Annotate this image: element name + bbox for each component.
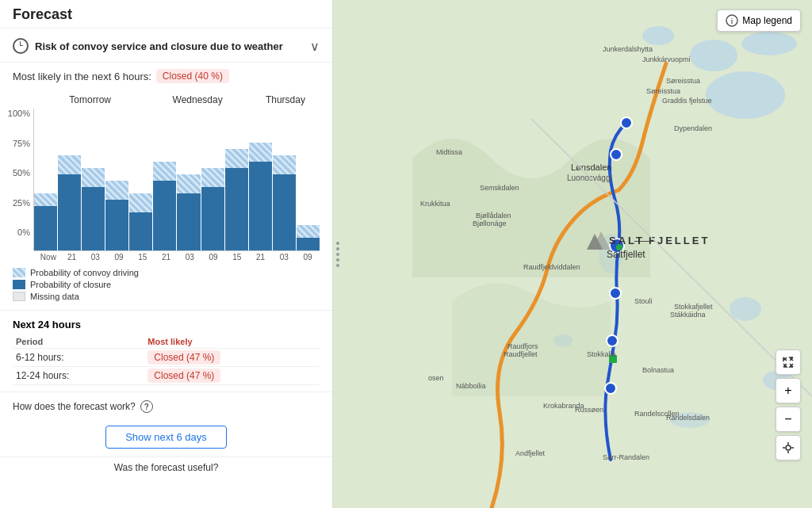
bar-group (82, 109, 105, 250)
legend-convoy-label: Probability of convoy driving (30, 268, 139, 277)
x-label: 15 (131, 253, 155, 262)
svg-text:Midtissa: Midtissa (436, 148, 462, 156)
y-label-50: 50% (13, 168, 30, 178)
expand-icon (782, 356, 795, 369)
legend-closure-label: Probability of closure (30, 280, 111, 289)
svg-text:Raudfjellet: Raudfjellet (504, 350, 538, 358)
svg-text:Søreisstua: Søreisstua (646, 87, 680, 95)
zoom-out-label: − (784, 412, 791, 426)
svg-text:Stouli: Stouli (634, 297, 653, 305)
section-title: Risk of convoy service and closure due t… (35, 40, 283, 52)
x-axis-labels: Now2103091521030915210309 (36, 253, 320, 262)
bar-closure (273, 174, 296, 250)
bar-group (201, 109, 224, 250)
svg-text:Luonosvággi: Luonosvággi (567, 174, 612, 182)
bars-area (33, 109, 320, 251)
likely-label: Most likely in the next 6 hours: (13, 71, 151, 82)
svg-point-10 (621, 117, 632, 128)
show-next-button[interactable]: Show next 6 days (105, 426, 227, 449)
zoom-in-button[interactable]: + (776, 378, 801, 403)
svg-text:Stákkáidna: Stákkáidna (670, 311, 706, 319)
scroll-indicator (333, 242, 343, 267)
x-label: 21 (155, 253, 178, 262)
svg-point-14 (610, 288, 621, 299)
bar-closure (225, 168, 248, 250)
likely-cell: Closed (47 %) (144, 367, 320, 385)
scroll-dot (336, 258, 339, 262)
svg-text:Stokkafjellet: Stokkafjellet (674, 303, 713, 311)
svg-text:Russøen: Russøen (575, 406, 603, 414)
bar-group (153, 109, 176, 250)
legend-missing-label: Missing data (30, 292, 79, 301)
x-label: Now (36, 253, 60, 262)
svg-text:Stokkalia: Stokkalia (587, 350, 616, 358)
svg-point-3 (741, 32, 797, 55)
page-title: Forecast (0, 0, 332, 29)
next24-title: Next 24 hours (13, 319, 320, 330)
svg-text:Bjøllådalen: Bjøllådalen (476, 212, 511, 220)
svg-text:Junkkárvuopmi: Junkkárvuopmi (642, 55, 691, 63)
was-useful-row: Was the forecast useful? (0, 456, 332, 481)
bar-group (249, 109, 272, 250)
scroll-dot (336, 253, 339, 256)
help-icon[interactable]: ? (140, 400, 153, 413)
how-label: How does the forecast work? (13, 401, 136, 412)
legend-solid-box (13, 280, 25, 289)
bar-closure (201, 187, 224, 250)
col-period: Period (13, 335, 144, 349)
map-background: Lønsdalen Luonosvággi SALT —— FJELLET Sa… (333, 0, 812, 508)
svg-text:Dypendalen: Dypendalen (674, 124, 712, 132)
location-button[interactable] (776, 435, 801, 460)
svg-text:Andfjellet: Andfjellet (515, 449, 546, 457)
bar-closure (105, 200, 128, 250)
x-label: 03 (84, 253, 108, 262)
x-label: 21 (60, 253, 84, 262)
bar-closure (297, 238, 320, 250)
table-row: 12-24 hours:Closed (47 %) (13, 367, 320, 385)
svg-text:Raudfjeldviddalen: Raudfjeldviddalen (523, 263, 580, 271)
table-row: 6-12 hours:Closed (47 %) (13, 349, 320, 367)
bar-closure (177, 193, 200, 250)
likely-value-badge: Closed (40 %) (156, 69, 229, 83)
legend-closure: Probability of closure (13, 280, 320, 289)
bar-closure (129, 212, 152, 250)
svg-point-11 (611, 149, 622, 160)
bar-group (273, 109, 296, 250)
likely-cell: Closed (47 %) (144, 349, 320, 367)
chart-day-labels: Tomorrow Wednesday Thursday (36, 94, 320, 105)
day-label-thursday: Thursday (251, 94, 320, 105)
y-axis: 100% 75% 50% 25% 0% (8, 109, 33, 251)
svg-text:Søreisstua: Søreisstua (666, 77, 700, 85)
x-label: 09 (201, 253, 225, 262)
chevron-icon[interactable]: ∨ (310, 39, 320, 54)
svg-point-1 (706, 71, 785, 119)
svg-text:Saltfjellet: Saltfjellet (607, 249, 645, 260)
y-label-25: 25% (13, 198, 30, 208)
zoom-out-button[interactable]: − (776, 407, 801, 432)
svg-point-4 (642, 26, 674, 45)
svg-text:Randelsdalen: Randelsdalen (666, 414, 710, 422)
svg-text:osen: osen (428, 374, 444, 382)
bar-group (225, 109, 248, 250)
x-label: 03 (273, 253, 297, 262)
x-label: 03 (178, 253, 202, 262)
bar-group (58, 109, 81, 250)
day-label-tomorrow: Tomorrow (36, 94, 144, 105)
section-header-left: Risk of convoy service and closure due t… (13, 38, 283, 54)
map-controls: + − (776, 349, 801, 460)
expand-button[interactable] (776, 349, 801, 375)
bar-group (34, 109, 57, 250)
status-badge: Closed (47 %) (147, 369, 220, 383)
svg-text:Nábboilia: Nábboilia (456, 382, 486, 390)
location-icon (782, 441, 795, 454)
map-legend-button[interactable]: i Map legend (717, 10, 801, 32)
legend-grey-box (13, 292, 25, 301)
period-cell: 6-12 hours: (13, 349, 144, 367)
map-legend-label: Map legend (742, 15, 792, 26)
bar-closure (58, 174, 81, 250)
svg-text:Junkerdalshytta: Junkerdalshytta (603, 45, 653, 53)
svg-text:Semskdalen: Semskdalen (480, 184, 519, 192)
bar-closure (153, 181, 176, 250)
day-label-wednesday: Wednesday (144, 94, 251, 105)
map-panel: Lønsdalen Luonosvággi SALT —— FJELLET Sa… (333, 0, 812, 508)
